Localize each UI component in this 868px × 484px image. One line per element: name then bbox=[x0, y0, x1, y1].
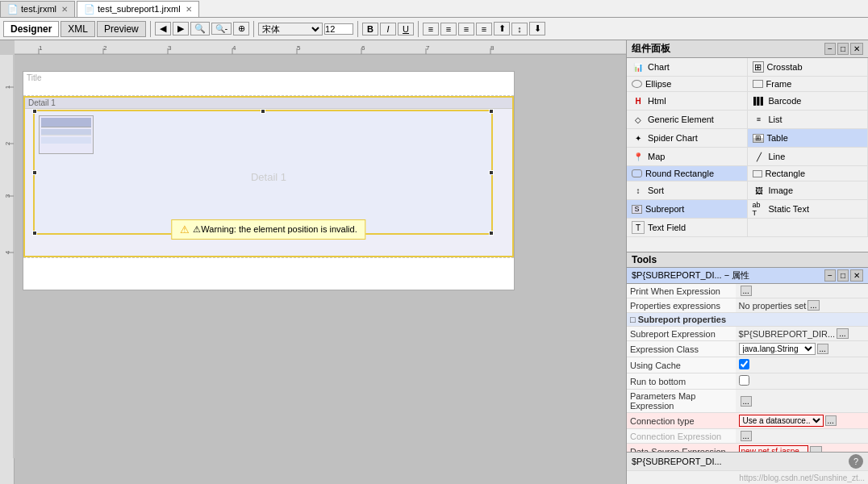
component-round-rect[interactable]: Round Rectangle bbox=[627, 166, 748, 182]
nav-back-button[interactable]: ◀ bbox=[155, 22, 171, 35]
component-text-field[interactable]: T Text Field bbox=[627, 219, 748, 237]
run-to-bottom-checkbox[interactable] bbox=[739, 375, 749, 386]
component-html[interactable]: H Html bbox=[627, 92, 748, 111]
svg-text:7: 7 bbox=[426, 44, 430, 52]
help-icon[interactable]: ? bbox=[849, 454, 863, 469]
format-underline-button[interactable]: U bbox=[398, 23, 414, 35]
prop-label-datasource-expr: Data Source Expression bbox=[627, 444, 736, 453]
panel-minimize-button[interactable]: − bbox=[824, 43, 836, 55]
component-static-text[interactable]: ab T Static Text bbox=[748, 200, 869, 219]
align-bottom-button[interactable]: ⬇ bbox=[529, 22, 545, 35]
tab-designer[interactable]: Designer bbox=[3, 21, 59, 37]
component-image[interactable]: 🖼 Image bbox=[748, 182, 869, 200]
align-top-button[interactable]: ⬆ bbox=[494, 22, 510, 35]
props-minimize-button[interactable]: − bbox=[824, 269, 836, 282]
resize-handle-tl[interactable] bbox=[32, 109, 37, 114]
expr-class-select[interactable]: java.lang.String bbox=[739, 343, 816, 355]
component-line[interactable]: ╱ Line bbox=[748, 148, 869, 166]
component-list[interactable]: ≡ List bbox=[748, 111, 869, 129]
prop-value-run-to-bottom[interactable] bbox=[736, 373, 868, 390]
prop-value-print-when[interactable]: ... bbox=[736, 284, 868, 298]
component-rectangle[interactable]: Rectangle bbox=[748, 166, 869, 182]
tab-test-jrxml[interactable]: 📄 test.jrxml ✕ bbox=[0, 1, 75, 17]
zoom-reset-button[interactable]: ⊕ bbox=[233, 22, 249, 35]
prop-btn-print-when[interactable]: ... bbox=[741, 286, 752, 296]
component-generic-label: Generic Element bbox=[648, 115, 714, 124]
component-generic[interactable]: ◇ Generic Element bbox=[627, 111, 748, 129]
svg-text:2: 2 bbox=[103, 44, 107, 52]
prop-value-properties-expr[interactable]: No properties set ... bbox=[736, 298, 868, 313]
prop-btn-subreport-expr[interactable]: ... bbox=[837, 328, 848, 339]
canvas[interactable]: Title Detail 1 bbox=[15, 55, 626, 484]
designer-area[interactable]: 1 2 3 4 5 6 7 8 bbox=[0, 40, 626, 484]
prop-btn-expr-class[interactable]: ... bbox=[817, 344, 828, 354]
component-map[interactable]: 📍 Map bbox=[627, 148, 748, 166]
panel-maximize-button[interactable]: □ bbox=[837, 43, 849, 55]
prop-btn-datasource-expr[interactable]: ... bbox=[810, 446, 821, 452]
generic-icon: ◇ bbox=[632, 113, 645, 126]
detail-band[interactable]: Detail 1 bbox=[23, 96, 514, 257]
prop-value-params-map-expr[interactable]: ... bbox=[736, 390, 868, 413]
tab-xml[interactable]: XML bbox=[61, 21, 95, 37]
align-right-button[interactable]: ≡ bbox=[458, 23, 474, 35]
prop-label-connection-type: Connection type bbox=[627, 413, 736, 429]
prop-label-params-map-expr: Parameters Map Expression bbox=[627, 390, 736, 413]
align-justify-button[interactable]: ≡ bbox=[476, 23, 492, 35]
format-italic-button[interactable]: I bbox=[380, 23, 396, 35]
font-size-input[interactable] bbox=[324, 23, 353, 35]
tab-subreport1-jrxml[interactable]: 📄 test_subreport1.jrxml ✕ bbox=[77, 1, 199, 17]
component-subreport[interactable]: S Subreport bbox=[627, 200, 748, 219]
align-center-button[interactable]: ≡ bbox=[440, 23, 457, 35]
prop-btn-properties-expr[interactable]: ... bbox=[807, 300, 819, 311]
prop-label-expr-class: Expression Class bbox=[627, 341, 736, 357]
tab-close2[interactable]: ✕ bbox=[186, 5, 192, 14]
component-frame-label: Frame bbox=[766, 79, 792, 89]
bottom-status-bar: $P{SUBREPORT_DI... ? bbox=[627, 452, 868, 470]
component-frame[interactable]: Frame bbox=[748, 77, 869, 92]
component-table-label: Table bbox=[767, 133, 788, 143]
prop-value-datasource-expr[interactable]: new net.sf.jaspe... ... bbox=[736, 444, 868, 453]
component-table[interactable]: ⊞ Table bbox=[748, 129, 869, 148]
resize-handle-tr[interactable] bbox=[489, 109, 494, 114]
prop-value-connection-type[interactable]: Use a datasource... ... bbox=[736, 413, 868, 429]
tab-close[interactable]: ✕ bbox=[61, 5, 68, 14]
component-text-field-label: Text Field bbox=[648, 223, 686, 232]
align-middle-button[interactable]: ↕ bbox=[511, 23, 528, 35]
resize-handle-mr[interactable] bbox=[489, 170, 494, 175]
tab-preview[interactable]: Preview bbox=[97, 21, 146, 37]
props-maximize-button[interactable]: □ bbox=[837, 269, 849, 282]
resize-handle-br[interactable] bbox=[489, 231, 494, 236]
tab-bar: 📄 test.jrxml ✕ 📄 test_subreport1.jrxml ✕ bbox=[0, 0, 868, 18]
component-chart[interactable]: 📊 Chart bbox=[627, 58, 748, 77]
prop-value-expr-class[interactable]: java.lang.String ... bbox=[736, 341, 868, 357]
resize-handle-tm[interactable] bbox=[261, 109, 265, 114]
align-left-button[interactable]: ≡ bbox=[423, 23, 439, 35]
component-ellipse[interactable]: Ellipse bbox=[627, 77, 748, 92]
component-grid: 📊 Chart ⊞ Crosstab Ellipse Frame bbox=[627, 58, 868, 237]
prop-label-run-to-bottom: Run to bottom bbox=[627, 373, 736, 390]
html-icon: H bbox=[632, 94, 645, 107]
nav-forward-button[interactable]: ▶ bbox=[173, 22, 189, 35]
component-panel-title: 组件面板 bbox=[632, 42, 670, 56]
prop-btn-params-map-expr[interactable]: ... bbox=[741, 396, 752, 407]
resize-handle-bl[interactable] bbox=[32, 231, 37, 236]
prop-btn-connection-expr[interactable]: ... bbox=[741, 431, 752, 441]
spider-icon: ✦ bbox=[632, 131, 645, 144]
component-barcode[interactable]: ▌▌▌ Barcode bbox=[748, 92, 869, 111]
prop-btn-connection-type[interactable]: ... bbox=[825, 415, 837, 426]
prop-value-using-cache[interactable] bbox=[736, 357, 868, 373]
zoom-in-button[interactable]: 🔍 bbox=[190, 22, 210, 35]
component-spider[interactable]: ✦ Spider Chart bbox=[627, 129, 748, 148]
component-sort[interactable]: ↕ Sort bbox=[627, 182, 748, 200]
connection-type-select[interactable]: Use a datasource... bbox=[739, 415, 824, 427]
font-selector[interactable]: 宋体 bbox=[258, 23, 323, 35]
props-detach-button[interactable]: ✕ bbox=[850, 269, 863, 282]
using-cache-checkbox[interactable] bbox=[739, 359, 749, 369]
resize-handle-ml[interactable] bbox=[32, 170, 37, 175]
prop-value-subreport-expr[interactable]: $P{SUBREPORT_DIR... ... bbox=[736, 327, 868, 341]
component-crosstab[interactable]: ⊞ Crosstab bbox=[748, 58, 869, 77]
format-bold-button[interactable]: B bbox=[362, 23, 378, 35]
prop-value-connection-expr[interactable]: ... bbox=[736, 429, 868, 444]
panel-detach-button[interactable]: ✕ bbox=[850, 43, 863, 55]
zoom-out-button[interactable]: 🔍- bbox=[211, 23, 232, 35]
